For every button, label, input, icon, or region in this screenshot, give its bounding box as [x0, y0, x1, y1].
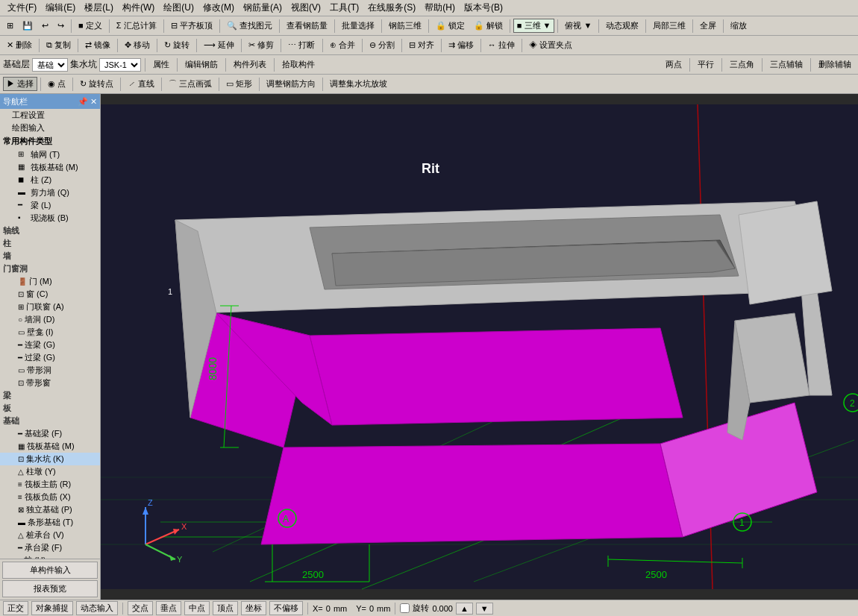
status-perpendicular[interactable]: 垂点	[156, 601, 181, 615]
sidebar-item-strip-window[interactable]: ⊡带形窗	[0, 377, 100, 389]
toolbar-adjust-pit-slope[interactable]: 调整集水坑放坡	[326, 77, 391, 91]
status-ortho[interactable]: 正交	[3, 601, 28, 615]
report-preview-btn[interactable]: 报表预览	[2, 580, 98, 597]
viewport[interactable]: 8000 2500 2500 A 1 2 1 Rit	[101, 94, 858, 600]
sidebar-pin[interactable]: 📌 ✕	[78, 97, 97, 107]
toolbar-adjust-rebar-dir[interactable]: 调整钢筋方向	[263, 77, 319, 91]
sidebar-item-door[interactable]: 🚪门 (M)	[0, 275, 100, 288]
toolbar-arc-draw[interactable]: ⌒ 三点画弧	[165, 77, 216, 91]
toolbar-delete-axis[interactable]: 删除辅轴	[815, 57, 855, 72]
toolbar-component-list[interactable]: 构件列表	[230, 57, 270, 72]
toolbar-local-3d[interactable]: 局部三维	[649, 19, 689, 33]
sidebar-cat-axis[interactable]: 轴线	[0, 224, 100, 237]
toolbar-sum[interactable]: Σ 汇总计算	[113, 19, 160, 33]
status-coord[interactable]: 坐标	[241, 601, 266, 615]
sidebar-item-window[interactable]: ⊡窗 (C)	[0, 288, 100, 301]
toolbar-undo[interactable]: ↩	[38, 19, 52, 32]
sidebar-cat-column[interactable]: 柱	[0, 237, 100, 250]
sidebar-item-coupling-beam[interactable]: ━连梁 (G)	[0, 339, 100, 351]
sidebar-item-isolated-found[interactable]: ⊠独立基础 (P)	[0, 503, 100, 516]
status-midpoint[interactable]: 中点	[184, 601, 210, 615]
sidebar-item-slab[interactable]: ▪ 现浇板 (B)	[0, 212, 100, 224]
toolbar-align-top[interactable]: ⊟ 平齐板顶	[167, 19, 216, 33]
sidebar-item-lintel[interactable]: ━过梁 (G)	[0, 351, 100, 364]
toolbar-orbit[interactable]: 动态观察	[602, 19, 642, 33]
toolbar-redo[interactable]: ↪	[54, 19, 68, 32]
menu-tools[interactable]: 工具(T)	[325, 0, 363, 16]
toolbar-delete[interactable]: ✕ 删除	[3, 38, 36, 52]
toolbar-point-draw[interactable]: ◉ 点	[44, 77, 69, 91]
sidebar-drawing-input[interactable]: 绘图输入	[0, 122, 100, 134]
sidebar-item-col-cap[interactable]: △柱墩 (Y)	[0, 465, 100, 478]
menu-online[interactable]: 在线服务(S)	[363, 0, 420, 16]
status-endpoint[interactable]: 顶点	[213, 601, 238, 615]
toolbar-pick-component[interactable]: 拾取构件	[278, 57, 319, 72]
sidebar-cat-beam[interactable]: 梁	[0, 389, 100, 402]
sidebar-item-niche[interactable]: ▭壁龛 (I)	[0, 326, 100, 339]
status-rotate-up[interactable]: ▲	[456, 603, 473, 615]
sidebar-item-strip-found[interactable]: ▬条形基础 (T)	[0, 516, 100, 529]
toolbar-parallel[interactable]: 平行	[694, 57, 718, 72]
toolbar-line-draw[interactable]: ⟋ 直线	[124, 77, 158, 91]
toolbar-align[interactable]: ⊟ 对齐	[405, 38, 438, 52]
toolbar-fullscreen[interactable]: 全屏	[696, 19, 720, 33]
sidebar-item-cap-beam[interactable]: ━承台梁 (F)	[0, 541, 100, 554]
sidebar-item-pile-cap[interactable]: △桩承台 (V)	[0, 529, 100, 541]
toolbar-zoom[interactable]: 缩放	[727, 19, 751, 33]
sidebar-item-raft-neg-bar[interactable]: ≡筏板负筋 (X)	[0, 491, 100, 503]
status-intersection[interactable]: 交点	[128, 601, 153, 615]
sidebar-item-raft-main-bar[interactable]: ≡筏板主筋 (R)	[0, 478, 100, 491]
menu-view[interactable]: 视图(V)	[286, 0, 325, 16]
toolbar-trim[interactable]: ✂ 修剪	[245, 38, 278, 52]
menu-help[interactable]: 帮助(H)	[420, 0, 460, 16]
toolbar-merge[interactable]: ⊕ 合并	[326, 38, 359, 52]
sidebar-item-pit[interactable]: ⊡集水坑 (K)	[0, 453, 100, 465]
toolbar-rebar-3d[interactable]: 钢筋三维	[385, 19, 425, 33]
status-dynin[interactable]: 动态输入	[76, 601, 118, 615]
menu-file[interactable]: 文件(F)	[3, 0, 41, 16]
rotate-checkbox[interactable]	[400, 603, 410, 613]
toolbar-break[interactable]: ⋯ 打断	[284, 38, 319, 52]
sidebar-cat-wall[interactable]: 墙	[0, 250, 100, 263]
toolbar-define[interactable]: ■ 定义	[75, 19, 106, 33]
sidebar-cat-foundation[interactable]: 基础	[0, 415, 100, 427]
sidebar-cat-slab[interactable]: 板	[0, 402, 100, 415]
sidebar-item-door-window[interactable]: ⊞门联窗 (A)	[0, 301, 100, 313]
sidebar-item-wall-hole[interactable]: ○墙洞 (D)	[0, 313, 100, 326]
toolbar-select[interactable]: ▶ 选择	[3, 77, 37, 91]
toolbar-two-points[interactable]: 两点	[662, 57, 686, 72]
sidebar-project-settings[interactable]: 工程设置	[0, 109, 100, 122]
pit-select[interactable]: JSK-1	[99, 58, 141, 72]
sidebar-item-found-beam[interactable]: ━基础梁 (F)	[0, 427, 100, 440]
toolbar-three-axis[interactable]: 三点辅轴	[766, 57, 807, 72]
sidebar-cat-openings[interactable]: 门窗洞	[0, 263, 100, 275]
toolbar-three-angle[interactable]: 三点角	[726, 57, 758, 72]
status-osnap[interactable]: 对象捕捉	[31, 601, 73, 615]
menu-modify[interactable]: 修改(M)	[198, 0, 239, 16]
menu-component[interactable]: 构件(W)	[118, 0, 159, 16]
toolbar-topview[interactable]: 俯视 ▼	[561, 19, 595, 33]
toolbar-extend[interactable]: ⟶ 延伸	[200, 38, 238, 52]
toolbar-move[interactable]: ✥ 移动	[121, 38, 154, 52]
sidebar-item-raft-found[interactable]: ▦筏板基础 (M)	[0, 440, 100, 453]
toolbar-rotate[interactable]: ↻ 旋转	[160, 38, 193, 52]
menu-floor[interactable]: 楼层(L)	[80, 0, 118, 16]
sidebar-item-shearwall[interactable]: ▬ 剪力墙 (Q)	[0, 186, 100, 199]
single-component-input-btn[interactable]: 单构件输入	[2, 562, 98, 579]
toolbar-properties[interactable]: 属性	[149, 57, 173, 72]
menu-version[interactable]: 版本号(B)	[460, 0, 507, 16]
toolbar-unlock[interactable]: 🔓 解锁	[470, 19, 507, 33]
menu-edit[interactable]: 编辑(E)	[41, 0, 80, 16]
sidebar-item-raft[interactable]: ▦ 筏板基础 (M)	[0, 161, 100, 174]
toolbar-3d[interactable]: ■ 三维 ▼	[513, 19, 555, 33]
toolbar-stretch[interactable]: ↔ 拉伸	[484, 38, 519, 52]
menu-rebar[interactable]: 钢筋量(A)	[239, 0, 286, 16]
status-rotate-down[interactable]: ▼	[476, 603, 493, 615]
toolbar-copy[interactable]: ⧉ 复制	[43, 38, 75, 52]
toolbar-save[interactable]: 💾	[19, 19, 37, 32]
toolbar-mirror[interactable]: ⇄ 镜像	[81, 38, 114, 52]
layer-select[interactable]: 基础	[32, 58, 68, 72]
sidebar-item-beam[interactable]: ━ 梁 (L)	[0, 199, 100, 212]
toolbar-offset[interactable]: ⇉ 偏移	[445, 38, 477, 52]
toolbar-new[interactable]: ⊞	[3, 19, 17, 32]
